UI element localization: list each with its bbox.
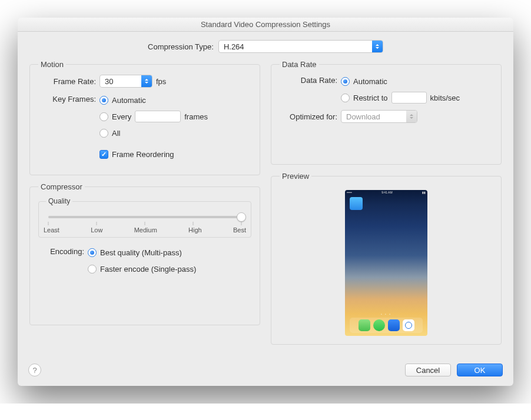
chevron-updown-icon bbox=[372, 41, 383, 52]
compressor-legend: Compressor bbox=[38, 182, 85, 191]
preview-page-dots: • • • bbox=[345, 312, 427, 316]
keyframes-every-field[interactable] bbox=[135, 111, 181, 122]
compression-type-select[interactable]: H.264 bbox=[218, 40, 383, 53]
encoding-best-radio[interactable] bbox=[88, 248, 97, 257]
keyframes-all-radio[interactable] bbox=[99, 129, 108, 138]
keyframes-every-label: Every bbox=[112, 112, 131, 121]
dock-mail-icon bbox=[388, 319, 400, 331]
help-button[interactable]: ? bbox=[28, 364, 41, 376]
encoding-best-label: Best quality (Multi-pass) bbox=[100, 248, 182, 257]
frame-rate-units: fps bbox=[156, 77, 166, 86]
encoding-faster-radio[interactable] bbox=[88, 265, 97, 274]
datarate-restrict-label: Restrict to bbox=[353, 94, 388, 102]
datarate-label: Data Rate: bbox=[280, 75, 337, 85]
quality-group: Quality Least Low Medium High Best bbox=[38, 197, 251, 238]
preview-statusbar: ••••• 9:41 AM ▮▮ bbox=[345, 190, 427, 194]
frame-rate-select[interactable]: 30 bbox=[99, 75, 152, 88]
preview-dock bbox=[350, 318, 423, 333]
key-frames-label: Key Frames: bbox=[38, 94, 96, 104]
datarate-automatic-radio[interactable] bbox=[341, 77, 350, 86]
quality-slider-thumb[interactable] bbox=[237, 212, 246, 222]
compressor-group: Compressor Quality Least Low Medium bbox=[29, 182, 260, 325]
window-title: Standard Video Compression Settings bbox=[18, 18, 513, 32]
preview-app-icon bbox=[350, 197, 363, 210]
keyframes-every-radio[interactable] bbox=[99, 112, 108, 121]
motion-group: Motion Frame Rate: 30 fps Key Frames: bbox=[29, 60, 260, 175]
quality-legend: Quality bbox=[46, 197, 72, 205]
preview-time: 9:41 AM bbox=[381, 191, 392, 194]
datarate-restrict-field[interactable] bbox=[391, 92, 427, 104]
datarate-restrict-radio[interactable] bbox=[341, 94, 350, 102]
preview-image: ••••• 9:41 AM ▮▮ • • • bbox=[345, 190, 427, 336]
preview-group: Preview ••••• 9:41 AM ▮▮ • • • bbox=[271, 172, 502, 345]
quality-ticks bbox=[48, 222, 241, 225]
ok-button[interactable]: OK bbox=[457, 364, 503, 376]
frame-rate-label: Frame Rate: bbox=[38, 77, 96, 86]
datarate-restrict-units: kbits/sec bbox=[430, 94, 460, 102]
encoding-label: Encoding: bbox=[38, 246, 84, 256]
dock-phone-icon bbox=[373, 319, 385, 331]
compression-type-label: Compression Type: bbox=[148, 42, 214, 51]
optimized-select: Download bbox=[341, 110, 417, 123]
keyframes-automatic-radio[interactable] bbox=[99, 96, 108, 105]
keyframes-every-units: frames bbox=[184, 112, 208, 121]
encoding-faster-label: Faster encode (Single-pass) bbox=[100, 265, 196, 274]
compression-type-value: H.264 bbox=[219, 42, 372, 51]
tick-low: Low bbox=[91, 226, 102, 234]
chevron-updown-icon bbox=[141, 75, 152, 87]
settings-window: Standard Video Compression Settings Comp… bbox=[18, 18, 513, 386]
optimized-value: Download bbox=[341, 112, 406, 121]
dock-messages-icon bbox=[359, 319, 370, 331]
datarate-group: Data Rate Data Rate: Automatic Restrict … bbox=[271, 60, 502, 165]
datarate-legend: Data Rate bbox=[280, 60, 319, 69]
frame-rate-value: 30 bbox=[100, 77, 141, 86]
frame-reordering-label: Frame Reordering bbox=[112, 150, 174, 159]
content-area: Compression Type: H.264 Motion Frame Rat… bbox=[18, 32, 513, 360]
tick-high: High bbox=[188, 226, 202, 234]
dock-safari-icon bbox=[403, 319, 414, 331]
help-icon: ? bbox=[32, 366, 36, 375]
cancel-button[interactable]: Cancel bbox=[405, 364, 451, 376]
chevron-updown-icon bbox=[406, 111, 417, 122]
preview-legend: Preview bbox=[280, 172, 311, 181]
motion-legend: Motion bbox=[38, 60, 66, 69]
tick-best: Best bbox=[233, 226, 246, 234]
tick-medium: Medium bbox=[134, 226, 157, 234]
datarate-automatic-label: Automatic bbox=[353, 77, 387, 86]
keyframes-all-label: All bbox=[112, 129, 120, 138]
optimized-label: Optimized for: bbox=[280, 112, 337, 121]
tick-least: Least bbox=[44, 226, 59, 234]
quality-slider[interactable] bbox=[48, 216, 241, 218]
frame-reordering-checkbox[interactable] bbox=[99, 150, 108, 159]
keyframes-automatic-label: Automatic bbox=[112, 96, 146, 105]
